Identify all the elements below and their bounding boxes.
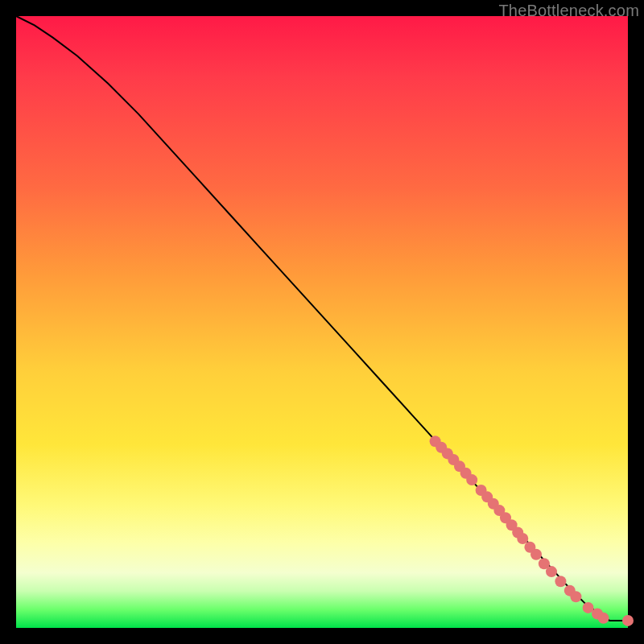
data-marker bbox=[570, 591, 581, 602]
data-marker bbox=[530, 549, 542, 560]
data-marker bbox=[598, 613, 609, 624]
plot-area bbox=[16, 16, 628, 628]
data-marker bbox=[546, 566, 557, 577]
chart-svg bbox=[16, 16, 628, 628]
data-marker bbox=[622, 615, 634, 626]
chart-stage: TheBottleneck.com bbox=[0, 0, 644, 644]
data-marker bbox=[466, 474, 477, 485]
curve-markers bbox=[430, 436, 634, 626]
watermark-text: TheBottleneck.com bbox=[498, 2, 639, 20]
data-marker bbox=[517, 533, 528, 544]
data-marker bbox=[555, 576, 566, 587]
curve-line bbox=[16, 16, 628, 621]
data-marker bbox=[583, 602, 594, 613]
